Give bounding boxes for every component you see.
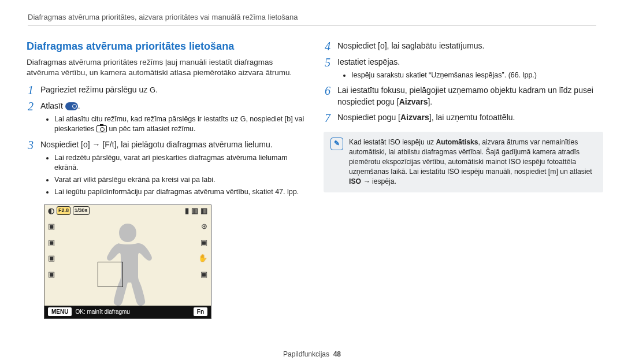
mode-pill-icon xyxy=(65,102,78,110)
step-1: 1 Pagrieziet režīmu pārslēgu uz G. xyxy=(27,84,306,96)
right-column: 4 Nospiediet [o], lai saglabātu iestatīj… xyxy=(318,36,603,319)
step-6: 6 Lai iestatītu fokusu, pielāgojiet uzņe… xyxy=(324,85,603,107)
step-body: Pagrieziet režīmu pārslēgu uz G. xyxy=(40,84,306,95)
step-5: 5 Iestatiet iespējas. xyxy=(324,57,603,68)
card-icon: ▮ xyxy=(185,206,189,216)
menu-button[interactable]: MENU xyxy=(48,307,72,317)
camera-icon xyxy=(96,125,107,132)
step-3: 3 Nospiediet [o] → [F/t], lai pielāgotu … xyxy=(27,139,306,151)
note-text: ] un atlasiet xyxy=(556,168,592,176)
aperture-indicator: F2.8 xyxy=(57,206,70,214)
sub-bullet: Lai redzētu pārslēgu, varat arī pieskart… xyxy=(54,153,306,173)
step-text: ] → [ xyxy=(88,140,105,149)
step-text: ], lai pielāgotu diafragmas atvēruma lie… xyxy=(114,140,273,149)
off-icon: ▣ xyxy=(48,269,55,280)
mode-icon: ◐ xyxy=(48,206,54,216)
sub-bullet: Varat arī vilkt pārslēgu ekrānā pa kreis… xyxy=(54,175,306,185)
sub-bullet: Lai iegūtu papildinformāciju par diafrag… xyxy=(54,187,306,197)
menu-glyph: m xyxy=(550,168,556,176)
note-bold: Automātisks xyxy=(436,138,478,146)
note-bold: ISO xyxy=(349,177,361,185)
step-number: 3 xyxy=(27,139,35,151)
sub-bullet: Iespēju sarakstu skatiet “Uzņemšanas ies… xyxy=(351,70,603,80)
step-text: ]. xyxy=(428,97,432,106)
step-text: . xyxy=(78,101,80,110)
glyph: G xyxy=(240,115,246,123)
step-2: 2 Atlasīt . xyxy=(27,101,306,112)
timer-icon: ▣ xyxy=(48,253,55,263)
step-text: Atlasīt xyxy=(40,101,65,110)
step-text: Pagrieziet režīmu pārslēgu uz xyxy=(40,85,150,94)
signal-icon: ▥ xyxy=(191,206,198,216)
step-7: 7 Nospiediet pogu [Aizvars], lai uzņemtu… xyxy=(324,112,603,124)
ft-glyph: F/t xyxy=(105,140,114,149)
step-text: Nospiediet pogu [ xyxy=(337,113,400,122)
step-body: Nospiediet [o] → [F/t], lai pielāgotu di… xyxy=(40,139,306,150)
step-text: ], lai saglabātu iestatījumus. xyxy=(385,41,485,50)
camera-lcd-illustration: ◐ F2.8 1/30s ▮ ▥ ▥ ▣ ▣ ▣ ▣ ⊛ ▣ ✋ ▣ xyxy=(44,205,211,319)
step-number: 2 xyxy=(27,101,35,112)
mode-dial-glyph: G xyxy=(150,86,155,94)
header-breadcrumb: Diafragmas atvēruma prioritātes, aizvara… xyxy=(0,0,624,25)
step-4: 4 Nospiediet [o], lai saglabātu iestatīj… xyxy=(324,40,603,52)
fn-button[interactable]: Fn xyxy=(194,307,207,317)
step-text: Nospiediet [ xyxy=(40,140,83,149)
flash-icon: ▣ xyxy=(48,237,55,248)
step-body: Nospiediet [o], lai saglabātu iestatījum… xyxy=(337,40,603,51)
step-2-sub: Lai atlasītu citu režīmu, kad režīma pār… xyxy=(46,114,306,135)
step-number: 5 xyxy=(324,57,332,68)
step-3-sub: Lai redzētu pārslēgu, varat arī pieskart… xyxy=(46,153,306,198)
footer-page: 48 xyxy=(333,350,341,358)
step-body: Iestatiet iespējas. xyxy=(337,57,603,68)
lcd-bottom-bar: MENU OK: mainīt diafragmu Fn xyxy=(44,306,211,318)
step-body: Nospiediet pogu [Aizvars], lai uzņemtu f… xyxy=(337,112,603,123)
footer-section: Papildfunkcijas xyxy=(283,350,329,358)
ok-hint: OK: mainīt diafragmu xyxy=(75,308,129,316)
shutter-indicator: 1/30s xyxy=(73,206,90,214)
step-text: ], lai uzņemtu fotoattēlu. xyxy=(429,113,515,122)
step-number: 7 xyxy=(324,112,332,124)
header-divider xyxy=(28,25,596,25)
ok-glyph: o xyxy=(83,140,88,149)
ois-icon: ✋ xyxy=(198,253,207,263)
note-text: Kad iestatāt ISO iespēju uz xyxy=(349,138,436,146)
sub-bullet: Lai atlasītu citu režīmu, kad režīma pār… xyxy=(54,114,306,135)
shutter-bold: Aizvars xyxy=(399,97,428,106)
step-text: Nospiediet [ xyxy=(337,41,380,50)
section-intro: Diafragmas atvēruma prioritātes režīms ļ… xyxy=(27,57,306,79)
af-box xyxy=(98,262,123,287)
step-body: Atlasīt . xyxy=(40,101,306,112)
sub-text: Lai atlasītu citu režīmu, kad režīma pār… xyxy=(54,115,240,123)
battery-icon: ▥ xyxy=(200,206,207,216)
flash-mode-icon: ⊛ xyxy=(198,221,207,232)
lcd-left-icons: ▣ ▣ ▣ ▣ xyxy=(48,221,55,280)
step-text: . xyxy=(155,85,158,94)
step-body: Lai iestatītu fokusu, pielāgojiet uzņema… xyxy=(337,85,603,107)
note-icon: ✎ xyxy=(330,138,343,150)
shutter-bold: Aizvars xyxy=(400,113,429,122)
left-column: Diafragmas atvēruma prioritātes lietošan… xyxy=(21,36,306,319)
info-note: ✎ Kad iestatāt ISO iespēju uz Automātisk… xyxy=(324,132,603,192)
ok-glyph: o xyxy=(380,41,385,50)
content-columns: Diafragmas atvēruma prioritātes lietošan… xyxy=(0,36,624,319)
step-number: 4 xyxy=(324,40,332,52)
lcd-right-icons: ⊛ ▣ ✋ ▣ xyxy=(198,221,207,280)
note-body: Kad iestatāt ISO iespēju uz Automātisks,… xyxy=(349,138,596,187)
lcd-top-bar: ◐ F2.8 1/30s ▮ ▥ ▥ xyxy=(44,205,211,217)
page-footer: Papildfunkcijas 48 xyxy=(0,350,624,358)
af-mode-icon: ▣ xyxy=(198,237,207,248)
note-text: → iespēja. xyxy=(361,177,396,185)
section-heading: Diafragmas atvēruma prioritātes lietošan… xyxy=(27,39,306,54)
step-number: 6 xyxy=(324,85,332,96)
step-5-sub: Iespēju sarakstu skatiet “Uzņemšanas ies… xyxy=(343,70,603,80)
sub-text: , nospiediet [ xyxy=(246,115,287,123)
step-number: 1 xyxy=(27,84,35,96)
step-text: Lai iestatītu fokusu, pielāgojiet uzņema… xyxy=(337,86,593,106)
camera-icon: ▣ xyxy=(48,221,55,232)
sub-text: un pēc tam atlasiet režīmu. xyxy=(107,125,196,133)
drive-icon: ▣ xyxy=(198,269,207,280)
